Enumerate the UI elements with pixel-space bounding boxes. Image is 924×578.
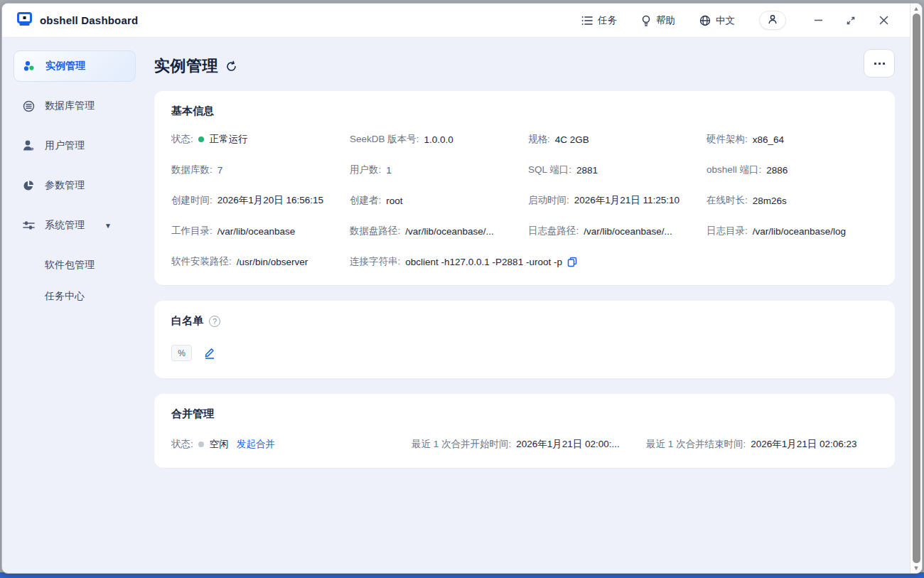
- field-value: 2886: [766, 165, 788, 176]
- field-merge-status: 状态: 空闲 发起合并: [171, 438, 412, 451]
- field-value: /var/lib/oceanbase: [217, 226, 296, 237]
- field-label: 硬件架构:: [707, 133, 748, 146]
- sidebar-item-label: 数据库管理: [45, 100, 95, 112]
- ellipsis-icon: [883, 63, 885, 65]
- field-obshell-port: obshell 端口: 2886: [707, 164, 878, 176]
- tasks-label: 任务: [598, 14, 617, 27]
- field-label: 用户数:: [350, 164, 381, 176]
- field-label: 连接字符串:: [350, 255, 400, 268]
- field-label: 最近 1 次合并开始时间:: [412, 438, 511, 451]
- sliders-icon: [22, 220, 35, 231]
- basic-info-grid: 状态: 正常运行 SeekDB 版本号: 1.0.0.0 规格: 4C 2GB …: [171, 133, 878, 268]
- app-logo-icon: [16, 12, 33, 29]
- start-merge-link[interactable]: 发起合并: [237, 438, 275, 451]
- field-last-merge-start: 最近 1 次合并开始时间: 2026年1月21日 02:00:...: [412, 438, 646, 451]
- sidebar-item-instance[interactable]: 实例管理: [14, 50, 136, 82]
- sidebar-item-system[interactable]: 系统管理 ▼: [14, 210, 136, 241]
- user-icon: [22, 140, 35, 151]
- merge-title: 合并管理: [171, 407, 878, 421]
- edit-pencil-icon[interactable]: [204, 347, 215, 359]
- field-arch: 硬件架构: x86_64: [707, 133, 878, 146]
- sidebar: 实例管理 数据库管理: [2, 38, 142, 573]
- sidebar-item-label: 任务中心: [45, 290, 85, 303]
- field-label: 日志目录:: [707, 225, 748, 237]
- scroll-down-icon[interactable]: ▼: [910, 563, 922, 573]
- globe-icon: [699, 15, 711, 26]
- field-label: obshell 端口:: [707, 164, 761, 176]
- copy-icon[interactable]: [567, 257, 577, 267]
- field-label: 在线时长:: [707, 194, 748, 207]
- field-logdisk: 日志盘路径: /var/lib/oceanbase/...: [528, 225, 699, 237]
- field-value: 28m26s: [753, 196, 787, 206]
- field-value: /var/lib/oceanbase/...: [584, 226, 672, 237]
- help-button[interactable]: 帮助: [641, 14, 675, 27]
- field-label: 规格:: [528, 133, 550, 146]
- db-count-link[interactable]: 7: [217, 165, 223, 176]
- avatar[interactable]: [759, 11, 786, 30]
- close-button[interactable]: [867, 9, 900, 33]
- field-value: 4C 2GB: [555, 134, 589, 145]
- field-datadir: 数据盘路径: /var/lib/oceanbase/...: [350, 225, 521, 237]
- field-value: x86_64: [753, 134, 784, 145]
- sidebar-item-database[interactable]: 数据库管理: [14, 90, 136, 122]
- field-label: 创建者:: [350, 194, 381, 207]
- vertical-scrollbar[interactable]: ▲ ▼: [910, 4, 922, 573]
- field-install-path: 软件安装路径: /usr/bin/observer: [171, 255, 343, 268]
- app-window: ▲ ▼ obshell Dashboard: [1, 3, 923, 574]
- sidebar-item-label: 实例管理: [45, 60, 85, 73]
- field-label: 日志盘路径:: [528, 225, 579, 237]
- merge-card: 合并管理 状态: 空闲 发起合并 最近 1 次合并开始时间: 2026年1月21…: [154, 394, 895, 468]
- main-content: 实例管理 基本信息 状态: 正常运: [142, 38, 910, 573]
- field-status: 状态: 正常运行: [171, 133, 343, 146]
- tasks-button[interactable]: 任务: [581, 14, 617, 27]
- help-label: 帮助: [656, 14, 675, 27]
- database-icon: [22, 100, 35, 112]
- basic-info-card: 基本信息 状态: 正常运行 SeekDB 版本号: 1.0.0.0 规格: 4C…: [154, 91, 895, 285]
- whitelist-title-text: 白名单: [171, 314, 203, 328]
- lightbulb-icon: [641, 15, 651, 26]
- sidebar-item-users[interactable]: 用户管理: [14, 130, 136, 161]
- field-label: 创建时间:: [171, 194, 213, 207]
- minimize-button[interactable]: [802, 9, 834, 33]
- status-dot-gray: [198, 441, 204, 447]
- chevron-down-icon: ▼: [104, 222, 112, 230]
- pie-chart-icon: [22, 180, 35, 191]
- sidebar-item-parameters[interactable]: 参数管理: [14, 170, 136, 201]
- field-label: 软件安装路径:: [171, 255, 232, 268]
- language-button[interactable]: 中文: [699, 14, 735, 27]
- field-value: root: [386, 196, 402, 206]
- question-circle-icon[interactable]: ?: [209, 316, 220, 327]
- page-title: 实例管理: [154, 55, 218, 77]
- field-start-time: 启动时间: 2026年1月21日 11:25:10: [528, 194, 699, 207]
- more-button[interactable]: [864, 49, 895, 77]
- field-label: SQL 端口:: [528, 164, 571, 176]
- field-label: 数据库数:: [171, 164, 213, 176]
- scrollbar-thumb[interactable]: [913, 14, 920, 563]
- language-label: 中文: [716, 14, 735, 27]
- field-label: SeekDB 版本号:: [350, 133, 419, 146]
- ellipsis-icon: [874, 63, 876, 65]
- user-count-link[interactable]: 1: [386, 165, 392, 176]
- field-logdir: 日志目录: /var/lib/oceanbase/log: [707, 225, 878, 237]
- merge-row: 状态: 空闲 发起合并 最近 1 次合并开始时间: 2026年1月21日 02:…: [171, 438, 878, 451]
- sidebar-item-label: 系统管理: [45, 219, 85, 232]
- topbar-right: 任务 帮助: [581, 9, 900, 33]
- instance-cluster-icon: [23, 60, 36, 72]
- basic-info-title: 基本信息: [171, 105, 878, 118]
- maximize-icon[interactable]: [834, 9, 867, 33]
- whitelist-tag: %: [171, 345, 192, 361]
- whitelist-card: 白名单 ? %: [154, 301, 895, 378]
- brand: obshell Dashboard: [16, 12, 138, 29]
- refresh-icon[interactable]: [225, 60, 237, 73]
- sidebar-item-task-center[interactable]: 任务中心: [14, 281, 136, 312]
- sidebar-item-packages[interactable]: 软件包管理: [14, 250, 136, 281]
- field-uptime: 在线时长: 28m26s: [707, 194, 878, 207]
- whitelist-row: %: [171, 345, 878, 361]
- page-header: 实例管理: [154, 55, 895, 77]
- connection-string-value: obclient -h127.0.0.1 -P2881 -uroot -p: [405, 257, 562, 267]
- scroll-up-icon[interactable]: ▲: [910, 4, 922, 14]
- field-version: SeekDB 版本号: 1.0.0.0: [350, 133, 521, 146]
- person-icon: [768, 14, 778, 27]
- field-value: 2881: [576, 165, 598, 176]
- field-created: 创建时间: 2026年1月20日 16:56:15: [171, 194, 343, 207]
